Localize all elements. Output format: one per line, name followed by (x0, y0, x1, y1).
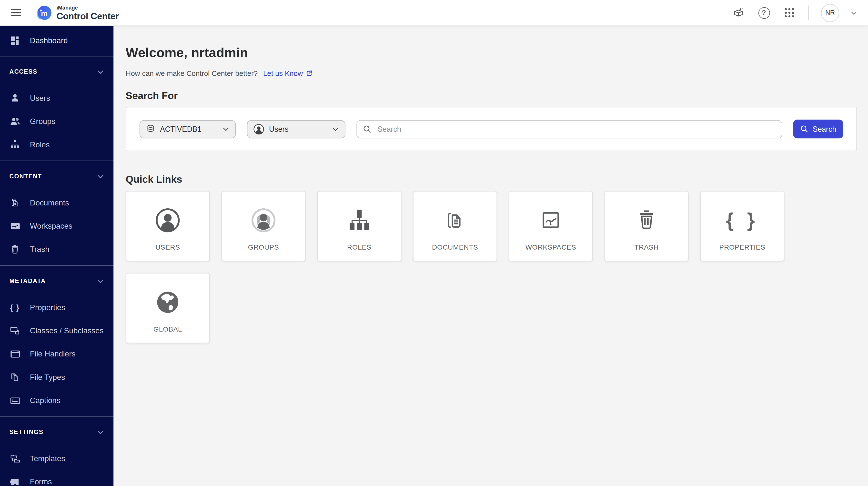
sidebar-section-settings[interactable]: SETTINGS (0, 424, 114, 440)
user-circle-icon (154, 207, 181, 234)
sidebar-section-content[interactable]: CONTENT (0, 168, 114, 184)
app-grid-icon[interactable] (783, 6, 796, 19)
sidebar-item-roles[interactable]: Roles (0, 133, 114, 156)
quick-links-grid: USERS GROUPS (126, 191, 857, 343)
top-actions: ? NR (732, 4, 860, 22)
classes-icon (9, 325, 21, 336)
brand-text: iManage Control Center (56, 5, 119, 21)
app-title: Control Center (56, 11, 119, 21)
user-icon (9, 93, 21, 103)
database-dropdown[interactable]: ACTIVEDB1 (140, 120, 236, 138)
group-circle-icon (250, 207, 277, 234)
whats-new-icon[interactable] (732, 6, 745, 19)
top-bar: m iManage Control Center ? (0, 0, 868, 26)
quick-link-properties[interactable]: { } PROPERTIES (700, 191, 784, 261)
documents-icon (9, 198, 21, 208)
sidebar-item-templates[interactable]: Templates (0, 447, 114, 470)
feedback-prompt: How can we make Control Center better? (126, 69, 258, 78)
help-icon[interactable]: ? (757, 6, 770, 19)
database-icon (146, 124, 156, 134)
sidebar-item-properties[interactable]: { } Properties (0, 296, 114, 319)
app-window: m iManage Control Center ? (0, 0, 868, 486)
sidebar-divider (0, 160, 114, 161)
main-content: Welcome, nrtadmin How can we make Contro… (114, 26, 868, 486)
chevron-down-icon (96, 172, 105, 180)
sidebar-item-groups[interactable]: Groups (0, 110, 114, 133)
sidebar-item-dashboard[interactable]: Dashboard (0, 29, 114, 52)
documents-icon (442, 207, 468, 234)
trash-icon (9, 244, 21, 254)
hierarchy-icon (9, 140, 21, 150)
sidebar-item-file-types[interactable]: File Types (0, 365, 114, 389)
dashboard-grid-icon (9, 35, 21, 45)
user-avatar-icon (253, 123, 265, 135)
folders-icon (9, 453, 21, 463)
sidebar-nav: Dashboard ACCESS Users (0, 26, 114, 486)
sidebar-divider (0, 265, 114, 266)
sidebar-item-captions[interactable]: Captions (0, 389, 114, 412)
avatar-initials: NR (825, 9, 835, 17)
imanage-logo-icon: m (34, 4, 53, 22)
file-stack-icon (9, 372, 21, 382)
sidebar-item-forms[interactable]: Forms (0, 470, 114, 486)
account-menu-chevron-icon[interactable] (847, 6, 860, 19)
search-type-dropdown[interactable]: Users (247, 120, 345, 138)
quick-link-trash[interactable]: TRASH (604, 191, 689, 261)
chevron-down-icon (96, 428, 105, 436)
trash-icon (634, 207, 659, 234)
svg-text:m: m (41, 9, 47, 17)
feedback-row: How can we make Control Center better? L… (126, 69, 857, 78)
header-divider (808, 6, 809, 20)
sidebar-item-workspaces[interactable]: Workspaces (0, 214, 114, 237)
sidebar-item-users[interactable]: Users (0, 86, 114, 110)
sidebar-item-file-handlers[interactable]: File Handlers (0, 342, 114, 365)
sidebar-item-documents[interactable]: Documents (0, 191, 114, 214)
users-group-icon (9, 116, 21, 126)
search-panel: ACTIVEDB1 Users (126, 107, 857, 151)
search-section-title: Search For (126, 90, 857, 102)
chevron-down-icon (96, 67, 105, 75)
brand-name: iManage (56, 5, 119, 10)
chevron-down-icon (222, 125, 230, 133)
hamburger-menu-icon[interactable] (9, 6, 23, 20)
external-link-icon (306, 70, 313, 77)
quick-link-users[interactable]: USERS (126, 191, 210, 261)
sidebar-divider (0, 56, 114, 56)
caption-card-icon (9, 395, 21, 405)
chevron-down-icon (332, 125, 339, 133)
search-input[interactable] (376, 124, 776, 134)
sidebar-divider (0, 416, 114, 417)
search-button[interactable]: Search (793, 120, 843, 138)
workspace-icon (9, 220, 21, 231)
quick-link-workspaces[interactable]: WORKSPACES (509, 191, 593, 261)
quick-link-documents[interactable]: DOCUMENTS (413, 191, 497, 261)
globe-icon (155, 289, 180, 315)
quick-link-global[interactable]: GLOBAL (126, 273, 210, 343)
user-avatar[interactable]: NR (821, 4, 839, 22)
let-us-know-link[interactable]: Let us Know (263, 69, 313, 78)
imanage-logo: m iManage Control Center (34, 4, 119, 22)
sidebar-section-metadata[interactable]: METADATA (0, 272, 114, 289)
database-dropdown-value: ACTIVEDB1 (160, 125, 218, 133)
search-icon (800, 125, 809, 133)
chevron-down-icon (96, 276, 105, 285)
braces-icon: { } (9, 303, 21, 311)
braces-icon: { } (726, 207, 759, 234)
sidebar-item-trash[interactable]: Trash (0, 237, 114, 261)
workspace-icon (538, 207, 563, 234)
sidebar-item-label: Dashboard (30, 36, 68, 44)
search-field (356, 120, 782, 138)
sidebar-item-classes-subclasses[interactable]: Classes / Subclasses (0, 319, 114, 342)
sidebar-section-access[interactable]: ACCESS (0, 63, 114, 80)
quick-link-roles[interactable]: ROLES (317, 191, 401, 261)
search-icon (363, 124, 372, 134)
window-icon (9, 348, 21, 359)
puzzle-icon (9, 477, 21, 486)
search-type-dropdown-value: Users (269, 125, 327, 133)
hierarchy-icon (346, 207, 372, 234)
quick-link-groups[interactable]: GROUPS (221, 191, 306, 261)
page-title: Welcome, nrtadmin (126, 45, 857, 61)
quick-links-title: Quick Links (126, 173, 857, 185)
